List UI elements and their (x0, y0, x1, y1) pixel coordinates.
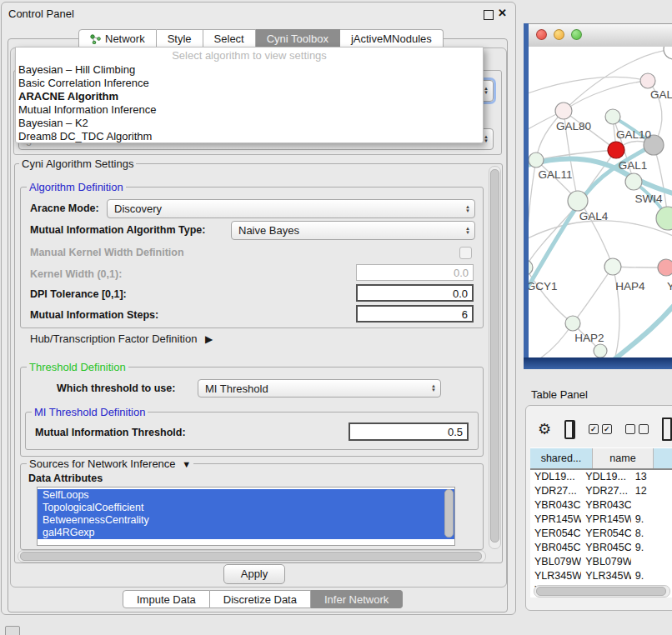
tab-network[interactable]: Network (78, 29, 157, 48)
column-header[interactable]: name (593, 448, 654, 468)
minimize-traffic-light-icon[interactable] (554, 29, 564, 40)
table-row[interactable]: YDL19...YDL19...13 (530, 470, 672, 484)
stepper-icon: ▲▼ (465, 227, 470, 235)
network-node[interactable] (594, 344, 607, 358)
network-edge[interactable] (529, 77, 648, 97)
network-node-y[interactable] (658, 259, 672, 276)
network-view-titlebar[interactable] (529, 23, 672, 48)
mi-steps-field[interactable]: 6 (356, 305, 474, 322)
network-node-gal10[interactable] (605, 109, 620, 124)
float-window-icon[interactable] (484, 10, 494, 20)
export-table-icon[interactable] (662, 418, 672, 441)
table-row[interactable]: YBL079WYBL079W (530, 555, 672, 569)
expand-right-icon: ▶ (205, 333, 213, 345)
attribute-item[interactable]: SelfLoops (38, 489, 454, 502)
network-edge[interactable] (529, 221, 672, 243)
node-label: HAP4 (615, 280, 645, 292)
settings-vertical-scrollbar[interactable] (489, 166, 501, 549)
network-node-gal11[interactable] (529, 152, 544, 168)
network-node-hap2[interactable] (565, 316, 580, 331)
network-edge[interactable] (564, 81, 648, 111)
expand-down-icon: ▼ (182, 459, 191, 469)
manual-kernel-label: Manual Kernel Width Definition (30, 247, 184, 258)
table-cell: YLR345W (530, 569, 581, 583)
attribute-item[interactable]: TopologicalCoefficient (38, 502, 454, 514)
node-label: GAL1 (619, 159, 648, 172)
dropdown-item[interactable]: Basic Correlation Inference (16, 77, 483, 90)
scrollbar-thumb[interactable] (490, 169, 499, 542)
threshold-definition-title: Threshold Definition (27, 361, 128, 373)
which-threshold-combo[interactable]: MI Threshold ▲▼ (198, 379, 441, 398)
bottom-tab-infer-network[interactable]: Infer Network (311, 590, 403, 608)
sources-toggle[interactable]: Sources for Network Inference ▼ (27, 458, 193, 470)
network-node[interactable] (656, 207, 672, 230)
network-node-gcy1[interactable] (529, 260, 533, 275)
dropdown-item[interactable]: Mutual Information Inference (16, 103, 483, 117)
table-row[interactable]: YBR045CYBR045C9. (530, 541, 672, 555)
tab-jactivemnodules[interactable]: jActiveMNodules (340, 29, 444, 48)
manual-kernel-checkbox[interactable] (459, 247, 472, 259)
table-horizontal-scrollbar[interactable] (534, 585, 670, 598)
hub-definition-toggle[interactable]: Hub/Transcription Factor Definition ▶ (30, 332, 213, 345)
mi-type-combo[interactable]: Naive Bayes ▲▼ (231, 221, 475, 240)
dropdown-item[interactable]: Dream8 DC_TDC Algorithm (16, 130, 483, 143)
kernel-width-label: Kernel Width (0,1): (30, 268, 122, 280)
gear-icon[interactable]: ⚙ (538, 420, 551, 438)
settings-horizontal-scrollbar[interactable] (18, 550, 486, 562)
table-row[interactable]: YPR145WYPR145W9. (530, 512, 672, 527)
scrollbar-thumb[interactable] (20, 552, 482, 561)
dropdown-item[interactable]: Bayesian – Hill Climbing (16, 63, 483, 77)
minimized-panel-icon[interactable] (5, 626, 20, 635)
stepper-icon: ▲▼ (484, 135, 489, 143)
network-edge-highlighted[interactable] (614, 293, 672, 358)
dropdown-item[interactable]: Bayesian – K2 (16, 117, 483, 130)
node-label: GAL10 (616, 128, 651, 141)
network-node[interactable] (664, 47, 672, 59)
select-all-icon[interactable]: ✓✓ (589, 424, 612, 434)
data-attributes-list[interactable]: SelfLoopsTopologicalCoefficientBetweenne… (37, 487, 455, 546)
columns-icon[interactable] (564, 420, 575, 439)
zoom-traffic-light-icon[interactable] (571, 29, 582, 40)
network-node-gal[interactable] (640, 73, 655, 88)
network-edge[interactable] (529, 160, 536, 268)
tab-select[interactable]: Select (203, 29, 256, 48)
scrollbar-thumb[interactable] (536, 587, 666, 596)
network-node-gal80[interactable] (555, 102, 572, 119)
tab-cyni-toolbox[interactable]: Cyni Toolbox (256, 29, 340, 48)
network-node-gal1[interactable] (608, 142, 624, 158)
network-node-hap4[interactable] (604, 258, 621, 275)
attribute-item[interactable]: gal4RGexp (38, 527, 454, 539)
attribute-item[interactable]: BetweennessCentrality (38, 514, 454, 527)
dpi-tolerance-field[interactable]: 0.0 (356, 284, 474, 302)
table-cell: YBR043C (530, 498, 581, 512)
deselect-all-icon[interactable] (625, 424, 649, 434)
table-cell: 9. (631, 541, 672, 555)
mi-type-value: Naive Bayes (238, 224, 299, 237)
kernel-width-field[interactable]: 0.0 (356, 264, 474, 281)
close-traffic-light-icon[interactable] (536, 29, 547, 40)
table-row[interactable]: YBR043CYBR043C (530, 498, 672, 512)
aracne-mode-combo[interactable]: Discovery ▲▼ (107, 199, 475, 218)
table-cell (631, 555, 672, 569)
tab-style[interactable]: Style (157, 29, 203, 48)
close-icon[interactable]: ✕ (498, 7, 507, 19)
tab-label: Network (105, 32, 145, 45)
tab-label: Cyni Toolbox (267, 32, 328, 45)
table-cell: YER054C (581, 527, 631, 541)
network-canvas[interactable]: GALGAL80GAL10GAL1GAL11SWI4GAL4GCY1HAP4YH… (529, 47, 672, 358)
network-edge[interactable] (573, 267, 613, 323)
bottom-tab-discretize-data[interactable]: Discretize Data (210, 590, 311, 608)
table-cell: YBL079W (530, 555, 581, 569)
table-row[interactable]: YLR345WYLR345W9. (530, 569, 672, 583)
apply-button[interactable]: Apply (223, 564, 285, 584)
column-header[interactable]: shared... (530, 448, 593, 468)
bottom-tab-impute-data[interactable]: Impute Data (123, 590, 210, 608)
column-header[interactable]: A (654, 448, 672, 468)
network-node-gal4[interactable] (568, 191, 588, 211)
dropdown-item[interactable]: ARACNE Algorithm (16, 90, 483, 103)
table-row[interactable]: YDR27...YDR27...12 (530, 484, 672, 498)
network-node-swi4[interactable] (625, 173, 642, 190)
table-row[interactable]: YER054CYER054C8. (530, 527, 672, 541)
mi-threshold-field[interactable]: 0.5 (349, 422, 469, 441)
attributes-scrollbar[interactable] (444, 489, 454, 538)
